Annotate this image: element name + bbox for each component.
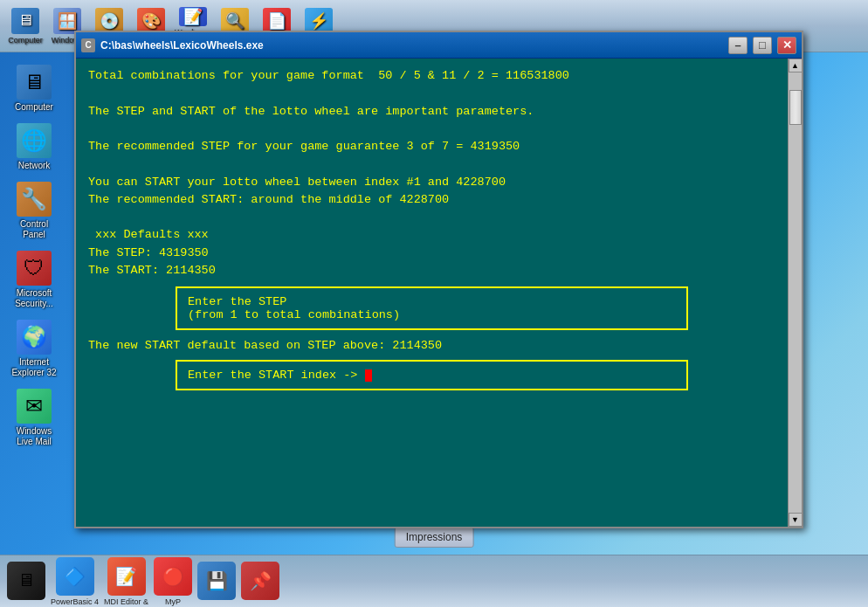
sidebar-item-ie[interactable]: 🌍 Internet Explorer 32 — [4, 316, 64, 382]
taskbar-bottom-icon-5[interactable]: 💾 — [197, 562, 236, 602]
sidebar-icon-label-network: Network — [18, 161, 51, 171]
cursor-blink — [365, 369, 372, 382]
taskbar-bottom-icon-6[interactable]: 📌 — [241, 562, 279, 602]
console-line-blank-3 — [88, 155, 775, 173]
taskbar-bottom-label-powerbasic: PowerBasic 4 — [51, 597, 99, 606]
console-body: Total combinations for your game format … — [76, 59, 802, 527]
sidebar-icon-label-security: Microsoft Security... — [8, 288, 60, 309]
console-line-blank-2 — [88, 121, 775, 138]
taskbar-icon-computer[interactable]: 🖥 Computer — [7, 8, 44, 45]
maximize-button[interactable]: □ — [753, 37, 772, 54]
scroll-track[interactable] — [789, 72, 803, 513]
sidebar-icon-label-computer: Computer — [15, 102, 53, 113]
sidebar-icon-label-control: Control Panel — [8, 219, 60, 240]
taskbar-bottom-label-mdi: MDI Editor & — [104, 597, 148, 606]
impressions-button[interactable]: Impressions — [395, 527, 474, 548]
desktop-sidebar: 🖥 Computer 🌐 Network 🔧 Control Panel 🛡 M… — [0, 52, 68, 555]
console-line-5: The recommended STEP for your game guara… — [88, 138, 775, 155]
scroll-thumb[interactable] — [789, 90, 802, 125]
console-line-12: The START: 2114350 — [88, 262, 775, 279]
scroll-down-button[interactable]: ▼ — [789, 513, 803, 527]
taskbar-bottom-icon-mdi[interactable]: 📝 MDI Editor & — [104, 557, 148, 606]
minimize-button[interactable]: – — [728, 37, 747, 54]
taskbar-bottom: 🖥 🔷 PowerBasic 4 📝 MDI Editor & 🔴 MyP 💾 … — [0, 555, 868, 607]
scroll-up-button[interactable]: ▲ — [789, 59, 803, 72]
console-line-8: The recommended START: around the middle… — [88, 191, 775, 209]
sidebar-item-network[interactable]: 🌐 Network — [4, 120, 64, 175]
console-line-1: Total combinations for your game format … — [88, 67, 775, 85]
taskbar-bottom-label-myp: MyP — [165, 597, 181, 606]
scrollbar[interactable]: ▲ ▼ — [788, 59, 802, 527]
console-new-start-line: The new START default based on STEP abov… — [88, 337, 775, 355]
step-input-label: Enter the STEP(from 1 to total combinati… — [188, 295, 400, 321]
taskbar-bottom-icon-myp[interactable]: 🔴 MyP — [154, 557, 192, 606]
sidebar-item-control-panel[interactable]: 🔧 Control Panel — [4, 178, 64, 244]
cmd-icon: C — [81, 38, 95, 52]
sidebar-item-computer[interactable]: 🖥 Computer — [4, 61, 64, 116]
console-text-area: Total combinations for your game format … — [76, 59, 788, 527]
start-input-box[interactable]: Enter the START index -> — [176, 360, 688, 390]
console-line-blank-1 — [88, 85, 775, 102]
console-title: C:\bas\wheels\LexicoWheels.exe — [100, 39, 723, 52]
console-titlebar: C C:\bas\wheels\LexicoWheels.exe – □ ✕ — [76, 32, 802, 59]
console-window: C C:\bas\wheels\LexicoWheels.exe – □ ✕ T… — [74, 31, 803, 528]
close-button[interactable]: ✕ — [777, 37, 796, 54]
console-line-7: You can START your lotto wheel between i… — [88, 174, 775, 191]
taskbar-bottom-icon-1[interactable]: 🖥 — [7, 562, 45, 602]
console-line-10: xxx Defaults xxx — [88, 226, 775, 244]
sidebar-item-security[interactable]: 🛡 Microsoft Security... — [4, 247, 64, 313]
taskbar-bottom-icon-powerbasic[interactable]: 🔷 PowerBasic 4 — [51, 557, 99, 606]
console-line-11: The STEP: 4319350 — [88, 245, 775, 262]
console-line-blank-4 — [88, 209, 775, 226]
console-line-3: The STEP and START of the lotto wheel ar… — [88, 103, 775, 121]
sidebar-item-mail[interactable]: ✉ Windows Live Mail — [4, 385, 64, 451]
sidebar-icon-label-mail: Windows Live Mail — [8, 426, 60, 447]
step-input-box[interactable]: Enter the STEP(from 1 to total combinati… — [176, 286, 688, 330]
sidebar-icon-label-ie: Internet Explorer 32 — [8, 357, 60, 378]
start-input-label: Enter the START index -> — [188, 369, 365, 382]
